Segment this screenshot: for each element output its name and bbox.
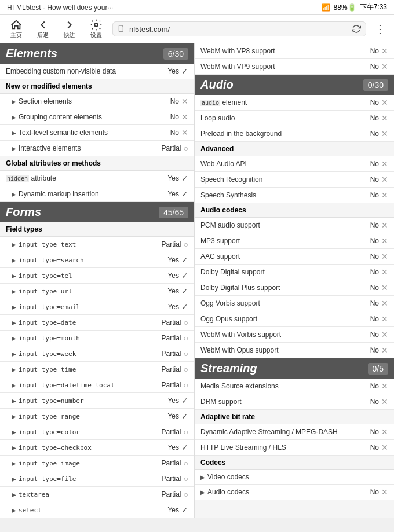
streaming-score: 0/5 [368,363,388,375]
feature-value: No [370,98,379,107]
list-item: ▶input type=range Yes ✓ [0,409,194,424]
list-item: ▶input type=datetime-local Partial ○ [0,377,194,393]
elements-title: Elements [6,47,57,60]
feature-label: ▶input type=color [12,428,162,436]
feature-value: Partial [162,240,181,248]
feature-label: ▶input type=datetime-local [12,381,162,389]
circle-icon: ○ [184,490,188,499]
circle-icon: ○ [184,144,188,153]
audio-score: 0/30 [363,79,388,91]
main-content: Elements 6/30 Embedding custom non-visib… [0,43,394,518]
feature-value: No [370,114,379,122]
x-icon: ✕ [381,299,388,308]
feature-label: ▶input type=range [12,412,167,420]
check-icon: ✓ [181,287,188,296]
reload-icon[interactable] [352,24,361,34]
feature-label: ▶input type=checkbox [12,443,167,452]
feature-label: ▶input type=month [12,334,162,342]
feature-label: ▶Interactive elements [12,144,162,152]
feature-value: No [370,284,379,292]
feature-label: MP3 support [200,237,370,245]
feature-label: ▶input type=tel [12,271,167,280]
list-item: ▶input type=number Yes ✓ [0,393,194,409]
feature-value: No [370,398,379,406]
feature-value: Yes [167,190,179,198]
feature-label: ▶input type=date [12,318,162,326]
list-item: Speech Synthesis No ✕ [195,188,394,203]
status-icons: 📶 88%🔋 下午7:33 [322,2,387,12]
feature-value: No [370,221,379,229]
x-icon: ✕ [381,159,388,168]
feature-label: Speech Synthesis [200,191,370,199]
list-item: ▶input type=time Partial ○ [0,362,194,377]
list-item: ▶input type=date Partial ○ [0,315,194,331]
feature-label: Speech Recognition [200,175,370,184]
list-item: ▶Text-level semantic elements No ✕ [0,125,194,141]
feature-label: HTTP Live Streaming / HLS [200,443,370,452]
feature-value: Partial [162,490,181,498]
feature-label: ▶input type=number [12,397,167,405]
feature-label: ▶input type=file [12,475,162,483]
x-icon: ✕ [381,346,388,355]
audio-title: Audio [200,78,234,91]
feature-value: Partial [162,365,181,373]
forward-button[interactable]: 快进 [59,19,80,39]
circle-icon: ○ [184,365,188,374]
sub-header-field-types: Field types [0,222,194,237]
circle-icon: ○ [184,380,188,390]
feature-label: DRM support [200,398,370,406]
sub-header-codecs: Codecs [195,456,394,470]
list-item: ▶input type=week Partial ○ [0,346,194,362]
feature-label: ▶Dynamic markup insertion [12,190,167,198]
feature-label: hidden attribute [6,174,167,182]
feature-label: Ogg Vorbis support [200,299,370,307]
feature-value: No [370,331,379,339]
check-icon: ✓ [181,396,188,405]
list-item: Dolby Digital support No ✕ [195,265,394,280]
sub-header-audio-codecs: Audio codecs [195,203,394,218]
list-item: Speech Recognition No ✕ [195,172,394,188]
list-item[interactable]: ▶Video codecs [195,470,394,485]
elements-section-header: Elements 6/30 [0,43,194,64]
time-display: 下午7:33 [360,2,387,12]
list-item: ▶input type=color Partial ○ [0,424,194,440]
url-text: nl5test.com/ [129,25,348,34]
x-icon: ✕ [381,330,388,339]
back-button[interactable]: 后退 [32,19,53,39]
list-item: ▶input type=tel Yes ✓ [0,268,194,284]
feature-value: Yes [167,174,179,182]
x-icon: ✕ [381,46,388,56]
list-item: Loop audio No ✕ [195,111,394,126]
circle-icon: ○ [184,458,188,468]
forms-score: 45/65 [159,207,188,218]
feature-label: Web Audio API [200,160,370,168]
settings-button[interactable]: 设置 [86,19,107,39]
feature-value: Yes [167,397,179,405]
feature-value: Yes [167,506,179,514]
feature-value: Yes [167,303,179,311]
streaming-section-header: Streaming 0/5 [195,358,394,379]
list-item: ▶Interactive elements Partial ○ [0,141,194,156]
feature-label: WebM with VP9 support [200,63,370,71]
feature-label: audio element [200,98,370,107]
nav-bar: 主页 后退 快进 设置 nl5test.com/ ⋮ [0,15,394,43]
check-icon: ✓ [181,255,188,265]
elements-score: 6/30 [163,48,188,60]
status-bar: HTML5test - How well does your··· 📶 88%🔋… [0,0,394,15]
feature-value: Yes [167,67,179,75]
x-icon: ✕ [381,236,388,245]
more-button[interactable]: ⋮ [372,22,388,36]
feature-label: Embedding custom non-visible data [6,67,167,75]
list-item: ▶input type=url Yes ✓ [0,284,194,299]
list-item: ▶input type=month Partial ○ [0,331,194,346]
feature-value: Partial [162,334,181,342]
list-item: PCM audio support No ✕ [195,218,394,233]
feature-label: ▶Section elements [12,97,170,105]
feature-label: WebM with VP8 support [200,47,370,55]
check-icon: ✓ [181,302,188,311]
home-button[interactable]: 主页 [6,19,27,39]
x-icon: ✕ [381,221,388,230]
check-icon: ✓ [181,412,188,421]
x-icon: ✕ [181,97,188,106]
address-bar[interactable]: nl5test.com/ [112,21,366,36]
